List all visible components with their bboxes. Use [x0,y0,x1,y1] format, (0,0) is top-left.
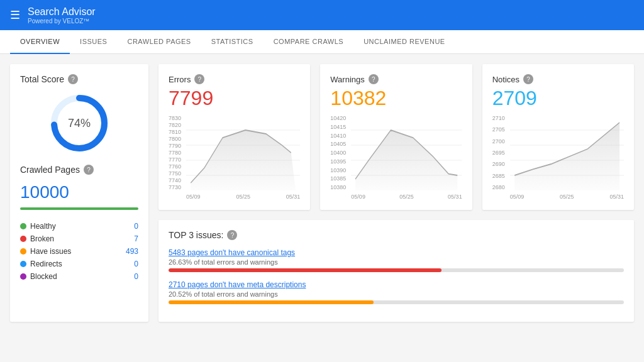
stat-dot [20,273,26,280]
page-stats-list: Healthy 0 Broken 7 Have issues 493 Redir… [20,220,138,283]
issue-desc: 26.63% of total errors and warnings [169,258,624,266]
chart-container: 05/0905/2505/31 [510,115,624,200]
stat-dot [20,248,26,255]
stat-label: Blocked [30,272,130,281]
main-content: Total Score ? 74% Crawled Pages ? 10000 [0,54,644,332]
metric-help-icon[interactable]: ? [369,74,379,84]
y-axis: 1042010415104101040510400103951039010385… [330,115,348,190]
line-chart-svg [186,115,300,190]
list-item: Broken 7 [20,233,138,245]
chart-area: 1042010415104101040510400103951039010385… [330,115,462,200]
crawled-progress-bar [20,207,138,210]
stat-value[interactable]: 7 [134,234,138,243]
metric-title: Warnings ? [330,74,462,84]
stat-dot [20,223,26,229]
crawled-pages-section: Crawled Pages ? 10000 [20,165,138,210]
tab-compare-crawls[interactable]: COMPARE CRAWLS [264,30,354,54]
stat-dot [20,261,26,267]
issue-bar-fill [169,300,374,304]
list-item: Healthy 0 [20,220,138,233]
crawled-count: 10000 [20,182,138,202]
total-score-help-icon[interactable]: ? [68,74,78,84]
stat-dot [20,236,26,242]
tab-overview[interactable]: OVERVIEW [10,30,70,54]
issue-item: 5483 pages don't have canonical tags 26.… [169,248,624,272]
x-axis: 05/0905/2505/31 [186,194,300,200]
x-axis: 05/0905/2505/31 [351,194,462,200]
issue-link[interactable]: 5483 pages don't have canonical tags [169,248,295,257]
donut-chart-container: 74% [20,92,138,155]
stat-value[interactable]: 0 [134,272,138,281]
tab-unclaimed-revenue[interactable]: UNCLAIMED REVENUE [353,30,455,54]
donut-label: 74% [68,117,91,130]
stat-value[interactable]: 0 [134,222,138,231]
svg-marker-16 [514,123,619,190]
app-title: Search Advisor [28,6,96,18]
stat-label: Healthy [30,222,130,231]
metric-value: 10382 [330,87,462,110]
app-logo: Search Advisor Powered by VELOZ™ [28,6,96,25]
app-header: ☰ Search Advisor Powered by VELOZ™ [0,0,644,30]
chart-area: 7830782078107800779077807770776077507740… [169,115,300,200]
app-subtitle: Powered by VELOZ™ [28,18,96,25]
top-issues-help-icon[interactable]: ? [227,230,237,240]
y-axis: 7830782078107800779077807770776077507740… [169,115,184,190]
tab-issues[interactable]: ISSUES [70,30,117,54]
metric-card-errors: Errors ? 7799 78307820781078007790778077… [158,64,310,210]
issue-bar-fill [169,268,441,272]
issue-item: 2710 pages don't have meta descriptions … [169,280,624,304]
stat-value[interactable]: 0 [134,260,138,268]
metric-card-warnings: Warnings ? 10382 10420104151041010405104… [320,64,472,210]
right-content: Errors ? 7799 78307820781078007790778077… [158,64,634,322]
metric-value: 2709 [492,87,624,110]
left-panel: Total Score ? 74% Crawled Pages ? 10000 [10,64,148,322]
total-score-section: Total Score ? [20,74,138,84]
stat-label: Broken [30,234,130,243]
hamburger-icon[interactable]: ☰ [10,8,20,22]
list-item: Blocked 0 [20,270,138,283]
issue-link[interactable]: 2710 pages don't have meta descriptions [169,280,306,289]
list-item: Have issues 493 [20,245,138,258]
metric-title: Notices ? [492,74,624,84]
stat-label: Have issues [30,247,122,256]
issues-list: 5483 pages don't have canonical tags 26.… [169,248,624,304]
metric-title: Errors ? [169,74,300,84]
tab-crawled-pages[interactable]: CRAWLED PAGES [117,30,201,54]
metric-card-notices: Notices ? 2709 2710270527002695269026852… [482,64,634,210]
donut-chart: 74% [48,92,111,155]
metric-help-icon[interactable]: ? [194,74,204,84]
crawled-pages-help-icon[interactable]: ? [84,165,94,175]
crawled-pages-title: Crawled Pages ? [20,165,138,175]
main-nav: OVERVIEW ISSUES CRAWLED PAGES STATISTICS… [0,30,644,54]
total-score-label: Total Score [20,74,64,84]
chart-container: 05/0905/2505/31 [186,115,300,200]
line-chart-svg [351,115,462,190]
y-axis: 2710270527002695269026852680 [492,115,508,190]
top-issues-title: TOP 3 issues: ? [169,230,624,240]
metrics-cards-row: Errors ? 7799 78307820781078007790778077… [158,64,634,210]
chart-container: 05/0905/2505/31 [351,115,462,200]
issue-desc: 20.52% of total errors and warnings [169,290,624,298]
top-issues-panel: TOP 3 issues: ? 5483 pages don't have ca… [158,220,634,322]
metric-help-icon[interactable]: ? [523,74,533,84]
stat-value[interactable]: 493 [126,247,138,256]
issue-bar-track [169,300,624,304]
list-item: Redirects 0 [20,258,138,270]
issue-bar-track [169,268,624,272]
chart-area: 2710270527002695269026852680 [492,115,624,200]
tab-statistics[interactable]: STATISTICS [201,30,264,54]
line-chart-svg [510,115,624,190]
stat-label: Redirects [30,260,130,268]
x-axis: 05/0905/2505/31 [510,194,624,200]
metric-value: 7799 [169,87,300,110]
